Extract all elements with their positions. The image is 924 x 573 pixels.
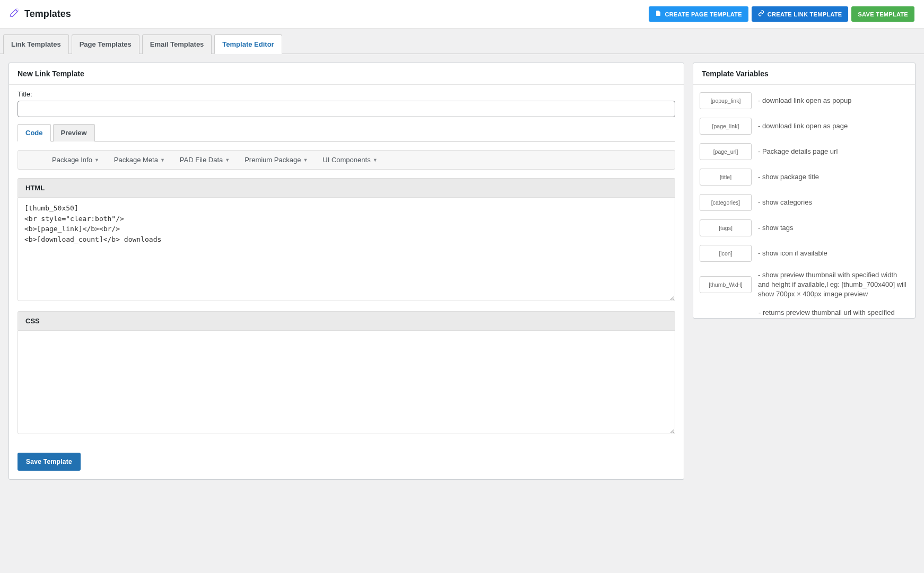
dropdown-package-info[interactable]: Package Info ▼ <box>52 156 99 164</box>
variable-tag[interactable]: [page_link] <box>700 118 752 135</box>
inner-tab-preview[interactable]: Preview <box>53 124 95 142</box>
variable-row: [categories]- show categories <box>698 190 911 215</box>
variable-description: - download link open as popup <box>758 96 851 105</box>
editor-panel-title: New Link Template <box>9 63 684 85</box>
css-section-label: CSS <box>18 311 675 330</box>
magic-wand-icon <box>10 8 19 20</box>
chevron-down-icon: ▼ <box>373 157 378 163</box>
variable-tag[interactable]: [page_url] <box>700 143 752 160</box>
button-label: Create Page Template <box>665 11 742 17</box>
title-label: Title: <box>18 90 675 98</box>
page-title: Templates <box>24 8 71 20</box>
variable-row: [tags]- show tags <box>698 215 911 241</box>
editor-inner-tabs: Code Preview <box>18 124 675 142</box>
title-input[interactable] <box>18 101 675 117</box>
variable-tag[interactable]: [categories] <box>700 194 752 211</box>
variable-tag[interactable]: [thumb_WxH] <box>700 276 752 293</box>
variable-description: - show preview thumbnail with specified … <box>758 270 909 299</box>
variable-row: [page_link]- download link open as page <box>698 113 911 139</box>
dropdown-ui-components[interactable]: UI Components ▼ <box>322 156 377 164</box>
save-template-button-header[interactable]: Save Template <box>851 6 914 22</box>
save-template-button[interactable]: Save Template <box>18 453 81 471</box>
editor-toolbar: Package Info ▼ Package Meta ▼ PAD File D… <box>18 150 675 170</box>
create-page-template-button[interactable]: Create Page Template <box>649 6 748 22</box>
variables-panel: Template Variables [popup_link]- downloa… <box>693 63 916 319</box>
tab-page-templates[interactable]: Page Templates <box>72 34 140 54</box>
link-icon <box>758 10 764 18</box>
editor-panel: New Link Template Title: Code Preview Pa… <box>8 63 684 480</box>
chevron-down-icon: ▼ <box>225 157 230 163</box>
create-link-template-button[interactable]: Create Link Template <box>752 6 849 22</box>
css-textarea[interactable] <box>18 330 675 434</box>
variable-row: [page_url]- Package details page url <box>698 139 911 164</box>
tab-template-editor[interactable]: Template Editor <box>214 34 282 54</box>
main-tabs: Link Templates Page Templates Email Temp… <box>0 34 924 54</box>
html-section-label: HTML <box>18 178 675 197</box>
chevron-down-icon: ▼ <box>303 157 308 163</box>
variable-tag[interactable]: [popup_link] <box>700 92 752 109</box>
dropdown-label: Package Info <box>52 156 92 164</box>
variable-tag[interactable]: [icon] <box>700 245 752 262</box>
variable-tag[interactable]: [title] <box>700 169 752 186</box>
dropdown-label: PAD File Data <box>180 156 223 164</box>
html-textarea[interactable] <box>18 197 675 301</box>
variable-description: - returns preview thumbnail url with spe… <box>759 308 909 318</box>
dropdown-premium-package[interactable]: Premium Package ▼ <box>245 156 308 164</box>
variable-description: - show icon if available <box>758 249 827 258</box>
header-bar: Templates Create Page Template Create Li… <box>0 0 924 29</box>
button-label: Save Template <box>858 11 908 17</box>
variable-row: [thumb_url_WxH]- returns preview thumbna… <box>698 304 911 318</box>
file-icon <box>655 10 661 18</box>
dropdown-label: Package Meta <box>114 156 158 164</box>
dropdown-label: UI Components <box>322 156 370 164</box>
dropdown-package-meta[interactable]: Package Meta ▼ <box>114 156 165 164</box>
variable-description: - show tags <box>758 223 793 233</box>
variable-description: - show categories <box>758 198 812 207</box>
variables-panel-title: Template Variables <box>693 63 915 85</box>
inner-tab-code[interactable]: Code <box>18 124 51 142</box>
tab-link-templates[interactable]: Link Templates <box>3 34 69 54</box>
chevron-down-icon: ▼ <box>160 157 165 163</box>
dropdown-label: Premium Package <box>245 156 301 164</box>
chevron-down-icon: ▼ <box>94 157 99 163</box>
variable-row: [thumb_WxH]- show preview thumbnail with… <box>698 266 911 304</box>
variable-description: - Package details page url <box>758 147 838 156</box>
variable-row: [popup_link]- download link open as popu… <box>698 88 911 113</box>
dropdown-pad-file-data[interactable]: PAD File Data ▼ <box>180 156 230 164</box>
variable-row: [title]- show package title <box>698 164 911 190</box>
variable-tag[interactable]: [tags] <box>700 219 752 236</box>
variable-description: - show package title <box>758 172 819 182</box>
button-label: Create Link Template <box>768 11 842 17</box>
variables-list[interactable]: [popup_link]- download link open as popu… <box>693 85 915 318</box>
variable-row: [icon]- show icon if available <box>698 241 911 266</box>
variable-description: - download link open as page <box>758 121 848 131</box>
tab-email-templates[interactable]: Email Templates <box>142 34 212 54</box>
